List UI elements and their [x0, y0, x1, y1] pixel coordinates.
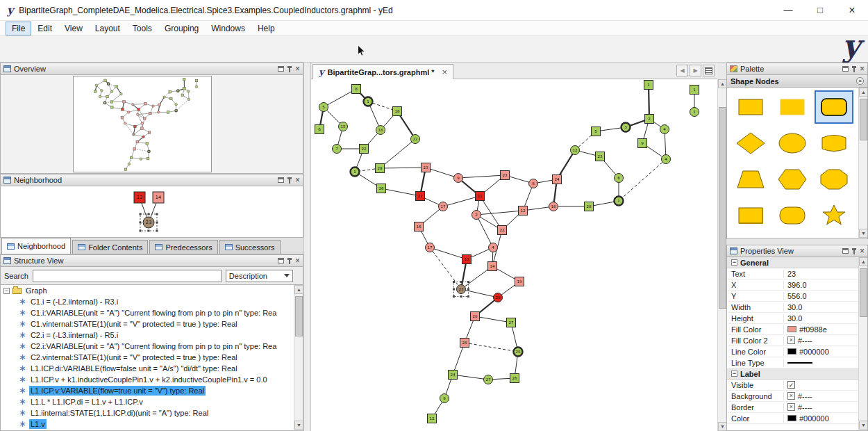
- structure-float-icon[interactable]: [278, 258, 284, 263]
- property-value[interactable]: 23: [784, 270, 859, 278]
- close-button[interactable]: ×: [836, 0, 868, 20]
- tab-list-icon[interactable]: [703, 65, 715, 76]
- tree-item-selected[interactable]: ∗L1.ICP.v:VARIABLE(flow=true unit = "V")…: [1, 385, 294, 396]
- document-tab[interactable]: y BipartiteGrap...tors.graphml * ×: [312, 64, 453, 79]
- structure-scrollbar[interactable]: ▲ ▼: [294, 285, 303, 430]
- tab-predecessors[interactable]: Predecessors: [149, 240, 217, 254]
- tree-item-selected[interactable]: ∗L1.v: [1, 418, 294, 430]
- no-color-icon[interactable]: ×: [787, 392, 795, 400]
- properties-pin-icon[interactable]: [853, 248, 855, 254]
- minimize-button[interactable]: —: [772, 0, 804, 20]
- palette-float-icon[interactable]: [842, 66, 849, 72]
- palette-section-header[interactable]: Shape Nodes ×: [726, 75, 868, 88]
- neighborhood-close-icon[interactable]: ×: [295, 177, 300, 184]
- tree-item[interactable]: ∗C1.i:VARIABLE(unit = "A") "Current flow…: [1, 307, 294, 318]
- palette-shape-plain-rectangle[interactable]: [773, 90, 812, 124]
- palette-shape-rectangle[interactable]: [731, 90, 770, 124]
- menu-windows[interactable]: Windows: [205, 22, 251, 35]
- property-value[interactable]: #000000: [784, 414, 859, 423]
- scroll-up-icon[interactable]: ▲: [859, 88, 868, 97]
- tree-root[interactable]: − Graph: [1, 285, 294, 296]
- palette-shape-hexagon[interactable]: [773, 163, 812, 196]
- palette-shape-star[interactable]: [815, 199, 853, 232]
- tab-nav-right-icon[interactable]: ▶: [690, 65, 701, 76]
- scroll-thumb[interactable]: [719, 107, 726, 309]
- structure-pin-icon[interactable]: [289, 258, 290, 264]
- search-input[interactable]: [33, 270, 222, 282]
- menu-help[interactable]: Help: [251, 22, 281, 35]
- line-color-swatch[interactable]: [787, 348, 796, 355]
- menu-file[interactable]: File: [6, 22, 31, 35]
- palette-scrollbar[interactable]: ▲ ▼: [858, 88, 867, 238]
- property-value[interactable]: #000000: [784, 348, 859, 356]
- property-value[interactable]: ×#----: [784, 392, 859, 400]
- palette-shape-diamond[interactable]: [731, 127, 770, 160]
- tree-item[interactable]: ∗L1.L * L1.ICP.di = L1.v + L1.ICP.v: [1, 396, 294, 407]
- scroll-up-icon[interactable]: ▲: [859, 257, 868, 266]
- graph-canvas[interactable]: 8511815186722222812623211711923824161222…: [311, 79, 717, 431]
- palette-shape-ellipse[interactable]: [773, 127, 812, 160]
- tree-item[interactable]: ∗L1.iinternal:STATE(1,L1.ICP.di)(unit = …: [1, 407, 294, 418]
- tab-successors[interactable]: Successors: [219, 240, 281, 254]
- menu-edit[interactable]: Edit: [31, 22, 58, 35]
- property-section[interactable]: −General: [727, 257, 859, 268]
- palette-shape-barrel[interactable]: [815, 127, 853, 160]
- tab-neighborhood[interactable]: Neighborhood: [1, 238, 71, 254]
- label-color-swatch[interactable]: [787, 415, 796, 421]
- property-value[interactable]: ✓: [784, 381, 859, 389]
- property-value[interactable]: ×#----: [784, 403, 859, 412]
- vertical-splitter[interactable]: [303, 63, 311, 431]
- no-color-icon[interactable]: ×: [787, 336, 795, 344]
- neighborhood-pin-icon[interactable]: [289, 177, 290, 184]
- property-value[interactable]: 30.0: [784, 303, 859, 311]
- scroll-up-icon[interactable]: ▲: [294, 285, 303, 294]
- tab-folder-contents[interactable]: Folder Contents: [72, 240, 148, 254]
- palette-pin-icon[interactable]: [853, 66, 855, 72]
- property-section[interactable]: −Label: [727, 368, 859, 380]
- tab-nav-left-icon[interactable]: ◀: [676, 65, 688, 76]
- property-value[interactable]: #f0988e: [784, 325, 859, 334]
- tree-item[interactable]: ∗C1.i = (-L2.iinternal) - R3.i: [1, 296, 294, 307]
- fill-color-swatch[interactable]: [787, 326, 796, 332]
- menu-view[interactable]: View: [58, 22, 89, 35]
- properties-scrollbar[interactable]: ▲ ▼: [858, 257, 867, 430]
- scroll-down-icon[interactable]: ▼: [859, 229, 868, 238]
- palette-shape-octagon[interactable]: [815, 163, 853, 196]
- scroll-thumb[interactable]: [295, 296, 303, 336]
- checkbox-checked-icon[interactable]: ✓: [787, 381, 795, 389]
- tree-item[interactable]: ∗C2.vinternal:STATE(1)(unit = "V" protec…: [1, 352, 294, 363]
- palette-close-icon[interactable]: ×: [860, 65, 865, 72]
- tree-item[interactable]: ∗C2.i = (-L3.iinternal) - R5.i: [1, 330, 294, 341]
- property-value[interactable]: 396.0: [784, 281, 859, 289]
- palette-shape-trapezoid[interactable]: [731, 163, 770, 196]
- overview-thumbnail[interactable]: [73, 76, 212, 172]
- structure-close-icon[interactable]: ×: [295, 257, 300, 264]
- tree-item[interactable]: ∗C2.i:VARIABLE(unit = "A") "Current flow…: [1, 341, 294, 352]
- horizontal-splitter[interactable]: [726, 239, 868, 245]
- description-dropdown[interactable]: Description: [226, 270, 293, 282]
- properties-close-icon[interactable]: ×: [860, 247, 865, 254]
- overview-close-icon[interactable]: ×: [295, 65, 300, 72]
- scroll-thumb[interactable]: [860, 268, 867, 317]
- maximize-button[interactable]: □: [804, 0, 836, 20]
- tree-item[interactable]: ∗L1.ICP.di:VARIABLE(flow=false unit = "A…: [1, 363, 294, 374]
- collapse-section-icon[interactable]: ×: [856, 77, 864, 85]
- property-value[interactable]: [784, 362, 859, 364]
- property-value[interactable]: 556.0: [784, 292, 859, 300]
- menu-tools[interactable]: Tools: [126, 22, 158, 35]
- expander-icon[interactable]: −: [731, 259, 737, 266]
- tab-close-icon[interactable]: ×: [442, 67, 448, 77]
- overview-float-icon[interactable]: [278, 66, 284, 72]
- scroll-down-icon[interactable]: ▼: [859, 421, 868, 430]
- line-type-swatch[interactable]: [787, 362, 812, 364]
- expander-icon[interactable]: −: [3, 288, 10, 294]
- neighborhood-float-icon[interactable]: [278, 177, 284, 183]
- property-value[interactable]: ×#----: [784, 336, 859, 345]
- scroll-thumb[interactable]: [860, 99, 867, 140]
- menu-grouping[interactable]: Grouping: [158, 22, 205, 35]
- tree-item[interactable]: ∗C1.vinternal:STATE(1)(unit = "V" protec…: [1, 318, 294, 330]
- palette-shape-round-rectangle[interactable]: [815, 90, 853, 124]
- property-value[interactable]: 30.0: [784, 314, 859, 323]
- palette-shape-rectangle-3d[interactable]: [731, 199, 770, 232]
- expander-icon[interactable]: −: [731, 371, 737, 377]
